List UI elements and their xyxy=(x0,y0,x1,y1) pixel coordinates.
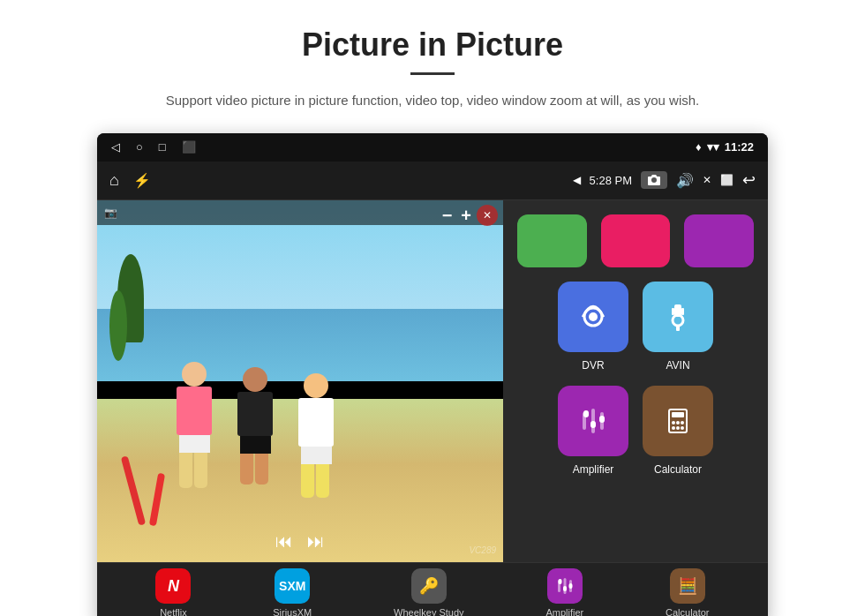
svg-point-18 xyxy=(672,426,675,430)
dvr-label: DVR xyxy=(582,359,604,372)
amplifier-icon-box xyxy=(558,386,628,456)
calculator-label: Calculator xyxy=(654,463,702,476)
watermark: VC289 xyxy=(469,545,496,555)
page-container: Picture in Picture Support video picture… xyxy=(0,0,865,616)
netflix-icon: N xyxy=(155,568,191,604)
svg-rect-10 xyxy=(590,421,596,428)
app-dvr[interactable]: DVR xyxy=(558,282,628,372)
svg-rect-24 xyxy=(563,586,567,591)
svg-point-1 xyxy=(589,312,598,321)
svg-point-17 xyxy=(681,421,684,424)
svg-rect-26 xyxy=(568,583,572,589)
home-icon[interactable]: ⌂ xyxy=(109,171,119,190)
svg-rect-4 xyxy=(676,326,680,331)
bottom-amplifier-icon xyxy=(547,568,583,604)
app-calculator[interactable]: Calculator xyxy=(643,386,713,476)
back-nav-icon[interactable]: ◁ xyxy=(111,140,120,154)
app-amplifier[interactable]: Amplifier xyxy=(558,386,628,476)
pip-video: 📷 − + ✕ ⏮ xyxy=(97,200,503,562)
siriusxm-icon: SXM xyxy=(275,568,310,604)
bottom-calculator-icon: 🧮 xyxy=(670,568,705,604)
pip-prev-button[interactable]: ⏮ xyxy=(275,531,293,552)
screenshot-nav-icon[interactable]: ⬛ xyxy=(182,140,196,154)
svg-rect-6 xyxy=(681,308,684,315)
app-block-pink[interactable] xyxy=(601,214,671,267)
recent-nav-icon[interactable]: □ xyxy=(159,140,166,154)
main-area: 📷 − + ✕ ⏮ xyxy=(97,200,768,562)
svg-rect-8 xyxy=(583,410,589,417)
status-bar-left: ◁ ○ □ ⬛ xyxy=(111,140,196,154)
window-icon[interactable]: ⬜ xyxy=(720,174,733,186)
app-bar-right: ◀ 5:28 PM 🔊 ✕ ⬜ ↩ xyxy=(573,170,756,190)
usb-icon[interactable]: ⚡ xyxy=(133,172,151,189)
amplifier-label: Amplifier xyxy=(573,463,614,476)
bottom-calculator-label: Calculator xyxy=(666,607,710,616)
avin-label: AVIN xyxy=(666,359,689,372)
status-bar-right: ♦ ▾▾ 11:22 xyxy=(696,140,754,154)
svg-point-16 xyxy=(676,421,680,424)
wifi-icon: ◀ xyxy=(573,174,581,186)
pip-camera-icon: 📷 xyxy=(104,207,117,219)
svg-point-20 xyxy=(681,426,684,430)
app-avin[interactable]: AVIN xyxy=(643,282,713,372)
bottom-amplifier-label: Amplifier xyxy=(545,607,583,616)
home-nav-icon[interactable]: ○ xyxy=(136,140,143,154)
wifi-signal-icon: ▾▾ xyxy=(707,140,719,154)
svg-rect-14 xyxy=(672,412,684,417)
bottom-calculator[interactable]: 🧮 Calculator xyxy=(666,568,710,616)
title-divider xyxy=(410,72,455,75)
dvr-icon-box xyxy=(558,282,628,352)
status-bar: ◁ ○ □ ⬛ ♦ ▾▾ 11:22 xyxy=(97,133,768,162)
wheelkey-icon: 🔑 xyxy=(411,568,447,604)
bottom-netflix[interactable]: N Netflix xyxy=(155,568,191,616)
location-icon: ♦ xyxy=(696,140,702,154)
svg-point-19 xyxy=(676,426,680,430)
app-row-1: DVR AVIN xyxy=(517,282,754,372)
device-frame: ◁ ○ □ ⬛ ♦ ▾▾ 11:22 ⌂ ⚡ ◀ 5:28 PM xyxy=(97,133,768,617)
siriusxm-label: SiriusXM xyxy=(273,607,312,616)
bottom-amplifier[interactable]: Amplifier xyxy=(545,568,583,616)
back-icon[interactable]: ↩ xyxy=(742,170,756,190)
netflix-label: Netflix xyxy=(160,607,187,616)
app-row-partial xyxy=(517,214,754,267)
svg-rect-12 xyxy=(599,416,605,423)
svg-rect-5 xyxy=(672,308,674,315)
calculator-icon-box xyxy=(643,386,713,456)
pip-size-controls: − + xyxy=(442,206,471,226)
page-subtitle: Support video picture in picture functio… xyxy=(166,89,699,112)
camera-button[interactable] xyxy=(641,171,667,189)
app-bar-left: ⌂ ⚡ xyxy=(109,171,151,190)
app-bar: ⌂ ⚡ ◀ 5:28 PM 🔊 ✕ ⬜ ↩ xyxy=(97,162,768,200)
bottom-wheelkey[interactable]: 🔑 Wheelkey Study xyxy=(394,568,463,616)
pip-close-button[interactable]: ✕ xyxy=(477,205,498,226)
app-block-green[interactable] xyxy=(517,214,587,267)
close-icon[interactable]: ✕ xyxy=(703,174,711,186)
svg-rect-22 xyxy=(558,579,561,584)
avin-icon-box xyxy=(643,282,713,352)
status-time: 11:22 xyxy=(725,140,754,154)
svg-point-15 xyxy=(672,421,675,424)
bottom-icons-bar: N Netflix SXM SiriusXM 🔑 Wheelkey Study xyxy=(97,562,768,617)
app-block-purple[interactable] xyxy=(684,214,754,267)
page-title: Picture in Picture xyxy=(302,26,563,64)
bottom-siriusxm[interactable]: SXM SiriusXM xyxy=(273,568,312,616)
app-bar-time: 5:28 PM xyxy=(590,174,632,187)
wheelkey-label: Wheelkey Study xyxy=(394,607,463,616)
video-section[interactable]: 📷 − + ✕ ⏮ xyxy=(97,200,503,562)
pip-next-button[interactable]: ⏭ xyxy=(307,531,325,552)
pip-plus-button[interactable]: + xyxy=(461,206,471,226)
app-grid-section: DVR AVIN xyxy=(503,200,768,562)
pip-minus-button[interactable]: − xyxy=(442,206,453,226)
volume-icon[interactable]: 🔊 xyxy=(676,172,694,189)
app-row-2: Amplifier xyxy=(517,386,754,476)
